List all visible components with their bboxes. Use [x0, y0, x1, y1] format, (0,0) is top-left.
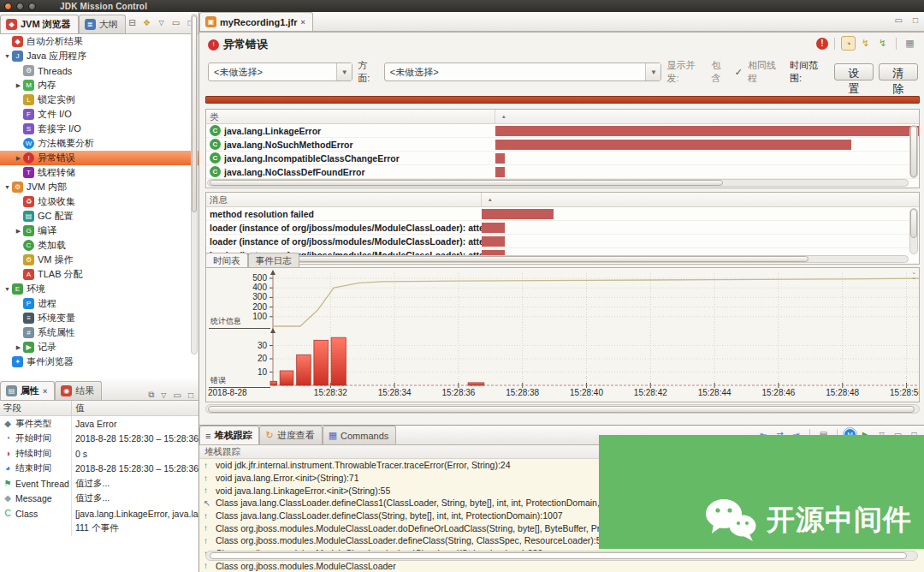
property-row[interactable]: ◔开始时间2018-8-28 15:28:30 – 15:28:36 — [0, 432, 198, 447]
time-range-select-icon[interactable]: ◔ — [841, 36, 856, 51]
method-profiling-icon: W — [23, 138, 34, 149]
message-table-hscrollbar[interactable] — [207, 255, 909, 263]
sidebar-item-jvm-internals[interactable]: ▼⚙JVM 内部 — [0, 180, 198, 194]
message-row[interactable]: method resolution failed — [206, 207, 919, 221]
error-badge-icon[interactable]: ! — [816, 38, 828, 50]
column-message-bar[interactable]: ▴ — [482, 193, 919, 206]
sidebar-item-exception-errors[interactable]: ▶!异常错误 — [0, 151, 198, 165]
class-row-bar — [495, 140, 851, 150]
check-icon[interactable]: ✓ — [735, 67, 743, 78]
filter-ribbon-icon[interactable]: ❖ — [140, 16, 153, 29]
property-row[interactable]: ⚑Event Thread值过多... — [0, 476, 198, 492]
stack-trace-hscrollbar[interactable] — [205, 551, 918, 561]
tree-closed-arrow-icon[interactable]: ▶ — [14, 82, 23, 89]
message-row-label: method resolution failed — [210, 209, 314, 219]
class-table-hscrollbar[interactable] — [207, 179, 909, 187]
stack-frame-row[interactable]: ↑Class org.jboss.modules.ModuleClassLoad… — [199, 560, 924, 572]
sidebar-item-gc-config[interactable]: ▤GC 配置 — [0, 209, 198, 223]
message-table-vscrollbar[interactable] — [909, 208, 918, 254]
sidebar-item-java-application[interactable]: ▼JJava 应用程序 — [0, 49, 198, 63]
tab-stack-trace[interactable]: ≡ 堆栈跟踪 — [199, 426, 259, 444]
chart-hscrollbar[interactable] — [205, 404, 920, 414]
minimize-icon[interactable]: ▭ — [892, 15, 905, 25]
chevron-down-icon[interactable]: ▼ — [645, 63, 660, 80]
sidebar-item-env-variables[interactable]: ≡环境变量 — [0, 311, 198, 325]
class-row[interactable]: Cjava.lang.NoClassDefFoundError — [206, 165, 919, 179]
tab-jvm-browser[interactable]: ◆ JVM 浏览器 — [0, 15, 79, 33]
class-row[interactable]: Cjava.lang.IncompatibleClassChangeError — [206, 152, 919, 165]
class-row[interactable]: Cjava.lang.LinkageError — [206, 124, 919, 138]
selection-combo[interactable]: <未做选择> ▼ — [208, 63, 352, 81]
clear-button[interactable]: 清除 — [879, 63, 918, 80]
column-field[interactable]: 字段 — [0, 401, 72, 415]
sidebar-item-recording[interactable]: ▶▶记录 — [0, 340, 198, 355]
window-minimize-button[interactable] — [16, 3, 24, 10]
new-view-icon[interactable]: ⧉ — [145, 390, 157, 400]
view-menu-icon[interactable]: ▽ — [155, 16, 168, 29]
class-table-vscrollbar[interactable] — [909, 125, 918, 178]
sidebar-item-threads[interactable]: ⚙Threads — [0, 63, 198, 78]
message-row[interactable]: loader (instance of org/jboss/modules/Mo… — [206, 235, 919, 248]
range-navigator[interactable] — [205, 96, 920, 104]
chart-scroll-icons[interactable]: ⌄⌄ — [911, 270, 916, 280]
maximize-icon[interactable]: □ — [186, 390, 196, 400]
sidebar-item-memory[interactable]: ▶M内存 — [0, 78, 198, 92]
tree-closed-arrow-icon[interactable]: ▶ — [14, 344, 23, 351]
tab-properties[interactable]: ▤ 属性 × — [0, 381, 55, 400]
tree-scrollbar[interactable] — [191, 14, 198, 355]
property-row[interactable]: ◆事件类型Java Error — [0, 416, 198, 432]
sidebar-item-compilation[interactable]: ▶G编译 — [0, 223, 198, 238]
sidebar-item-thread-dump[interactable]: T线程转储 — [0, 165, 198, 180]
tab-progress-view[interactable]: ↻ 进度查看 — [259, 426, 322, 444]
tab-outline[interactable]: ≣ 大纲 — [79, 15, 126, 33]
aspect-combo[interactable]: <未做选择> ▼ — [384, 63, 662, 81]
step-back-icon[interactable]: ↯ — [858, 36, 873, 51]
sidebar-item-vm-operations[interactable]: ⚙VM 操作 — [0, 253, 198, 267]
window-close-button[interactable] — [4, 3, 12, 10]
minimize-icon[interactable]: ▭ — [171, 390, 184, 400]
chevron-down-icon[interactable]: ▼ — [336, 63, 352, 80]
step-forward-icon[interactable]: ↯ — [875, 36, 890, 51]
window-maximize-button[interactable] — [28, 3, 36, 10]
sidebar-item-socket-io[interactable]: S套接字 I/O — [0, 122, 198, 136]
tab-results[interactable]: ◉ 结果 — [55, 381, 102, 400]
maximize-icon[interactable]: □ — [910, 15, 921, 25]
column-value[interactable]: 值 — [72, 401, 198, 415]
tree-open-arrow-icon[interactable]: ▼ — [3, 286, 12, 292]
sidebar-item-garbage-collection[interactable]: ♻垃圾收集 — [0, 194, 198, 209]
table-settings-icon[interactable]: ▦ — [903, 36, 917, 51]
sidebar-item-lock-instances[interactable]: L锁定实例 — [0, 92, 198, 107]
column-class-bar[interactable]: ▴ — [495, 110, 919, 123]
property-row[interactable]: 111 个事件 — [0, 521, 198, 537]
property-row[interactable]: ◑持续时间0 s — [0, 446, 198, 462]
tab-commands[interactable]: ▦ Commands — [323, 426, 397, 444]
tree-open-arrow-icon[interactable]: ▼ — [3, 53, 12, 59]
sidebar-item-system-properties[interactable]: #系统属性 — [0, 325, 198, 340]
class-row[interactable]: Cjava.lang.NoSuchMethodError — [206, 138, 919, 152]
tree-open-arrow-icon[interactable]: ▼ — [3, 184, 12, 190]
minimize-icon[interactable]: ▭ — [169, 16, 182, 29]
tree-closed-arrow-icon[interactable]: ▶ — [14, 155, 23, 162]
column-message[interactable]: 消息 — [206, 193, 482, 206]
view-menu-icon[interactable]: ▽ — [158, 391, 169, 399]
sidebar-item-auto-analysis[interactable]: ◆自动分析结果 — [0, 34, 198, 49]
sidebar-item-tlab-allocation[interactable]: ATLAB 分配 — [0, 267, 198, 282]
sidebar-item-environment[interactable]: ▼E环境 — [0, 282, 198, 296]
sidebar-item-method-profiling[interactable]: W方法概要分析 — [0, 136, 198, 151]
sidebar-item-event-browser[interactable]: ✦事件浏览器 — [0, 355, 198, 369]
sidebar-item-class-loading[interactable]: C类加载 — [0, 238, 198, 253]
sidebar-item-file-io[interactable]: F文件 I/O — [0, 107, 198, 122]
close-icon[interactable]: × — [43, 387, 47, 396]
property-row[interactable]: ◕结束时间2018-8-28 15:28:30 – 15:28:36 — [0, 462, 198, 477]
property-row[interactable]: ◆Message值过多... — [0, 492, 198, 507]
tree-closed-arrow-icon[interactable]: ▶ — [14, 228, 23, 235]
column-class[interactable]: 类 — [206, 110, 495, 123]
collapse-all-icon[interactable]: ⊟ — [126, 16, 139, 29]
set-button[interactable]: 设置 — [834, 63, 874, 80]
property-row[interactable]: CClass[java.lang.LinkageError, java.lang… — [0, 506, 198, 521]
sidebar-item-processes[interactable]: P进程 — [0, 296, 198, 311]
tab-recording[interactable]: ▣ myRecording1.jfr × — [199, 12, 313, 31]
message-row[interactable]: loader (instance of org/jboss/modules/Mo… — [206, 221, 919, 235]
close-icon[interactable]: × — [300, 18, 305, 27]
message-row[interactable]: loader (instance of org/jboss/modules/Mo… — [206, 248, 919, 255]
